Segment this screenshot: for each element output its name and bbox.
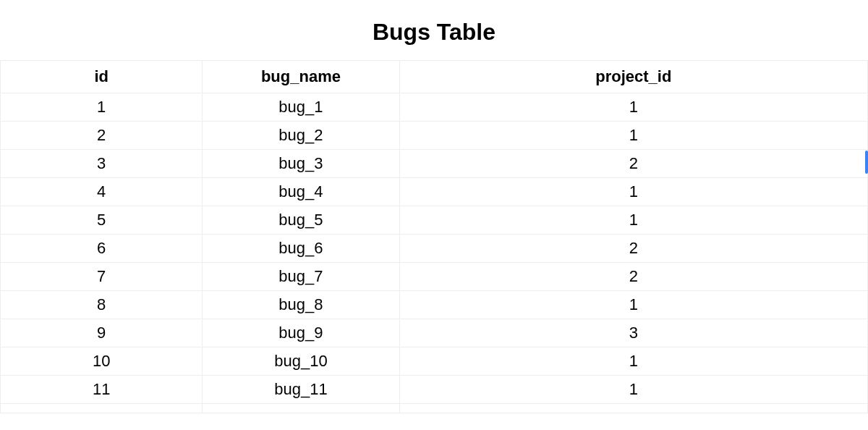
cell-project-id: 1 (399, 291, 867, 319)
cell-project-id: 2 (399, 263, 867, 291)
cell-project-id (399, 404, 867, 413)
cell-id (1, 404, 203, 413)
scroll-indicator[interactable] (865, 151, 868, 174)
cell-project-id: 1 (399, 347, 867, 376)
cell-project-id: 2 (399, 235, 867, 263)
cell-bug-name: bug_7 (203, 263, 399, 291)
cell-bug-name: bug_3 (203, 150, 399, 178)
col-header-bug-name: bug_name (203, 61, 399, 93)
cell-id: 5 (1, 206, 203, 235)
cell-project-id: 1 (399, 122, 867, 150)
cell-bug-name: bug_10 (203, 347, 399, 376)
cell-project-id: 3 (399, 319, 867, 347)
cell-id: 11 (1, 376, 203, 404)
cell-id: 3 (1, 150, 203, 178)
table-row: 4 bug_4 1 (1, 178, 868, 206)
col-header-id: id (1, 61, 203, 93)
cell-id: 6 (1, 235, 203, 263)
table-row: 2 bug_2 1 (1, 122, 868, 150)
table-row: 3 bug_3 2 (1, 150, 868, 178)
table-row: 9 bug_9 3 (1, 319, 868, 347)
table-row: 8 bug_8 1 (1, 291, 868, 319)
table-row: 5 bug_5 1 (1, 206, 868, 235)
table-row: 10 bug_10 1 (1, 347, 868, 376)
bugs-table: id bug_name project_id 1 bug_1 1 2 bug_2… (0, 60, 868, 413)
cell-bug-name: bug_11 (203, 376, 399, 404)
cell-project-id: 1 (399, 206, 867, 235)
cell-id: 9 (1, 319, 203, 347)
cell-project-id: 2 (399, 150, 867, 178)
cell-id: 4 (1, 178, 203, 206)
cell-project-id: 1 (399, 376, 867, 404)
cell-id: 7 (1, 263, 203, 291)
cell-project-id: 1 (399, 93, 867, 122)
table-row: 7 bug_7 2 (1, 263, 868, 291)
table-row: 1 bug_1 1 (1, 93, 868, 122)
cell-bug-name: bug_4 (203, 178, 399, 206)
table-row: 11 bug_11 1 (1, 376, 868, 404)
col-header-project-id: project_id (399, 61, 867, 93)
cell-bug-name: bug_8 (203, 291, 399, 319)
page-title: Bugs Table (0, 0, 868, 60)
table-header-row: id bug_name project_id (1, 61, 868, 93)
cell-id: 8 (1, 291, 203, 319)
cell-project-id: 1 (399, 178, 867, 206)
cell-bug-name: bug_5 (203, 206, 399, 235)
cell-id: 10 (1, 347, 203, 376)
table-row (1, 404, 868, 413)
cell-bug-name: bug_6 (203, 235, 399, 263)
table-row: 6 bug_6 2 (1, 235, 868, 263)
cell-bug-name: bug_2 (203, 122, 399, 150)
cell-bug-name: bug_9 (203, 319, 399, 347)
cell-id: 1 (1, 93, 203, 122)
cell-bug-name: bug_1 (203, 93, 399, 122)
cell-bug-name (203, 404, 399, 413)
cell-id: 2 (1, 122, 203, 150)
